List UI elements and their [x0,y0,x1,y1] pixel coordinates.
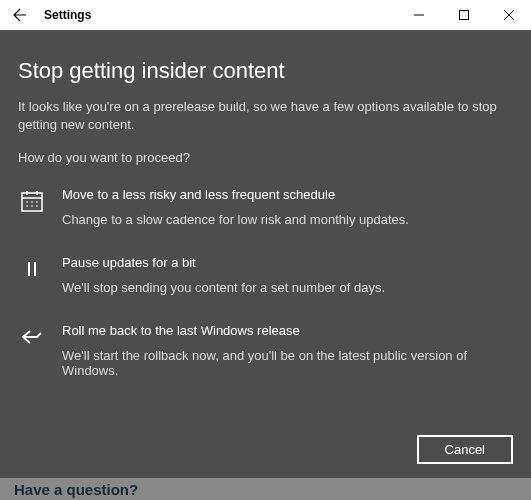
option-title: Move to a less risky and less frequent s… [62,187,513,202]
maximize-icon [459,10,469,20]
option-text: Move to a less risky and less frequent s… [62,187,513,227]
option-text: Pause updates for a bit We'll stop sendi… [62,255,513,295]
minimize-icon [414,10,424,20]
option-desc: We'll stop sending you content for a set… [62,280,513,295]
background-question-heading: Have a question? [14,481,138,498]
window-title: Settings [40,8,396,22]
titlebar: Settings [0,0,531,30]
svg-rect-1 [459,11,468,20]
option-slow-schedule[interactable]: Move to a less risky and less frequent s… [18,187,513,227]
calendar-icon [18,187,46,213]
option-rollback[interactable]: Roll me back to the last Windows release… [18,323,513,378]
maximize-button[interactable] [441,0,486,30]
back-button[interactable] [0,0,40,30]
dialog-prompt: How do you want to proceed? [18,150,513,165]
dialog-intro: It looks like you're on a prerelease bui… [18,98,513,134]
option-text: Roll me back to the last Windows release… [62,323,513,378]
pause-icon [18,255,46,281]
dialog-footer: Cancel [18,427,513,464]
close-icon [504,10,514,20]
option-desc: We'll start the rollback now, and you'll… [62,348,513,378]
cancel-button[interactable]: Cancel [417,435,513,464]
option-title: Pause updates for a bit [62,255,513,270]
dialog-heading: Stop getting insider content [18,58,513,84]
insider-content-dialog: Stop getting insider content It looks li… [0,30,531,478]
rollback-arrow-icon [18,323,46,349]
option-title: Roll me back to the last Windows release [62,323,513,338]
minimize-button[interactable] [396,0,441,30]
close-button[interactable] [486,0,531,30]
option-pause-updates[interactable]: Pause updates for a bit We'll stop sendi… [18,255,513,295]
option-desc: Change to a slow cadence for low risk an… [62,212,513,227]
window-controls [396,0,531,30]
back-arrow-icon [12,7,28,23]
